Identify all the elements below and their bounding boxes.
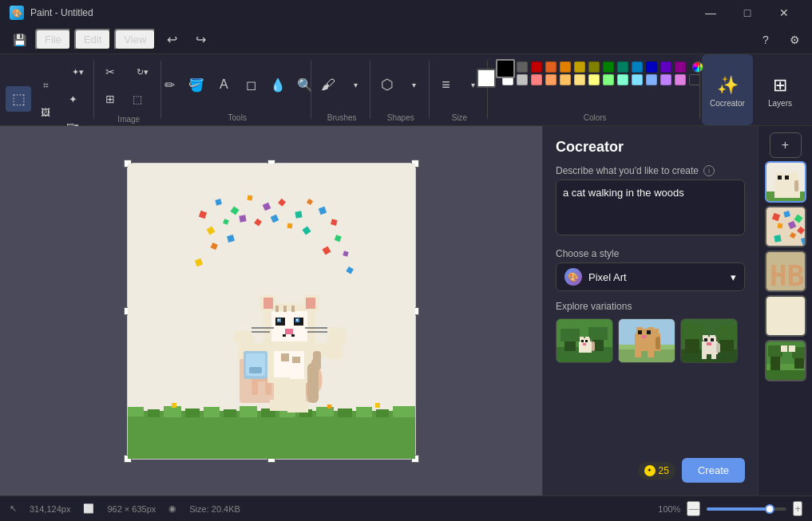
size-button[interactable]: ≡ bbox=[433, 72, 458, 97]
layers-ribbon-button[interactable]: ⊞ Layers bbox=[755, 54, 806, 125]
select-magic-button[interactable]: ✦ bbox=[60, 86, 85, 112]
app-icon: 🎨 bbox=[10, 6, 24, 20]
foreground-color[interactable] bbox=[496, 59, 515, 78]
swatch-magenta[interactable] bbox=[675, 61, 686, 73]
swatch-purple[interactable] bbox=[660, 61, 671, 73]
layer-thumb-1[interactable] bbox=[765, 161, 806, 203]
pencil-button[interactable]: ✏ bbox=[156, 72, 182, 97]
save-icon[interactable]: 💾 bbox=[6, 27, 32, 53]
prompt-input[interactable]: a cat walking in the woods bbox=[556, 180, 745, 235]
resize-button[interactable]: ⊞ bbox=[97, 86, 123, 112]
svg-rect-57 bbox=[291, 306, 295, 312]
swatch-orchid[interactable] bbox=[675, 74, 686, 85]
shapes-dropdown[interactable]: ▾ bbox=[402, 72, 427, 97]
undo-button[interactable]: ↩ bbox=[159, 27, 184, 53]
select2-button[interactable]: ⬚ bbox=[125, 86, 150, 112]
svg-rect-8 bbox=[295, 211, 302, 218]
svg-rect-104 bbox=[583, 343, 586, 345]
maximize-button[interactable]: □ bbox=[729, 0, 766, 26]
layers-icon: ⊞ bbox=[773, 75, 787, 96]
select-image-button[interactable]: 🖼 bbox=[33, 100, 58, 125]
help-button[interactable]: ? bbox=[755, 29, 777, 51]
menu-view[interactable]: View bbox=[114, 29, 156, 50]
svg-rect-63 bbox=[296, 319, 298, 321]
swatch-yellow[interactable] bbox=[588, 74, 600, 85]
brush-dropdown[interactable]: ▾ bbox=[343, 72, 368, 97]
swatch-lime[interactable] bbox=[603, 74, 614, 85]
brush-button[interactable]: 🖌 bbox=[315, 72, 341, 97]
create-button[interactable]: Create bbox=[682, 458, 745, 483]
swatch-olive[interactable] bbox=[588, 61, 600, 73]
layer-thumb-3[interactable]: HBD bbox=[765, 251, 806, 292]
swatch-orange[interactable] bbox=[560, 61, 571, 73]
zoom-in-button[interactable]: + bbox=[793, 501, 802, 516]
svg-rect-75 bbox=[336, 327, 342, 334]
shapes-button[interactable]: ⬡ bbox=[374, 72, 400, 97]
variation-thumb-2[interactable] bbox=[618, 318, 675, 363]
cocreator-ribbon-button[interactable]: ✨ Cocreator bbox=[702, 54, 753, 125]
swatch-peach[interactable] bbox=[545, 74, 557, 85]
swatch-silver[interactable] bbox=[517, 74, 528, 85]
colors-group: Colors bbox=[489, 54, 700, 125]
layer-thumb-4[interactable] bbox=[765, 295, 806, 337]
layer-thumb-2[interactable] bbox=[765, 206, 806, 247]
color-picker-button[interactable] bbox=[692, 61, 703, 73]
cocreator-ribbon-label: Cocreator bbox=[710, 99, 745, 108]
variation-thumb-1[interactable] bbox=[556, 318, 613, 363]
select-rect-button[interactable]: ⬚ bbox=[6, 86, 31, 112]
zoom-slider-thumb[interactable] bbox=[765, 504, 774, 514]
menu-file[interactable]: File bbox=[35, 29, 71, 50]
swatch-cream[interactable] bbox=[574, 74, 585, 85]
background-color[interactable] bbox=[477, 69, 496, 88]
canvas-image[interactable]: HBD bbox=[128, 164, 415, 459]
minimize-button[interactable]: — bbox=[692, 0, 729, 26]
swatch-transparent[interactable] bbox=[689, 74, 700, 85]
variation-1-svg bbox=[557, 319, 613, 363]
eyedropper-button[interactable]: 💧 bbox=[265, 72, 291, 97]
swatch-blue-light[interactable] bbox=[632, 61, 643, 73]
zoom-out-button[interactable]: — bbox=[687, 501, 700, 516]
variation-thumb-3[interactable] bbox=[680, 318, 738, 363]
select-freeform-button[interactable]: ⌗ bbox=[33, 73, 58, 98]
settings-button[interactable]: ⚙ bbox=[783, 29, 806, 51]
swatch-teal[interactable] bbox=[617, 61, 628, 73]
swatch-tangerine[interactable] bbox=[560, 74, 571, 85]
swatch-mint[interactable] bbox=[617, 74, 628, 85]
info-icon[interactable]: i bbox=[703, 165, 715, 176]
crop-button[interactable]: ✂ bbox=[97, 59, 123, 85]
svg-rect-56 bbox=[283, 306, 287, 312]
svg-rect-38 bbox=[338, 409, 352, 417]
swatch-blue[interactable] bbox=[646, 61, 657, 73]
layer-4-thumbnail bbox=[766, 297, 806, 337]
file-size-icon: ◉ bbox=[168, 503, 176, 514]
svg-rect-67 bbox=[252, 327, 274, 329]
eraser-button[interactable]: ◻ bbox=[238, 72, 263, 97]
swatch-sky[interactable] bbox=[632, 74, 643, 85]
menu-edit[interactable]: Edit bbox=[74, 29, 111, 50]
svg-rect-79 bbox=[234, 331, 252, 343]
swatch-green[interactable] bbox=[603, 61, 614, 73]
swatch-red[interactable] bbox=[531, 61, 542, 73]
zoom-slider[interactable] bbox=[707, 507, 786, 511]
colors-label: Colors bbox=[496, 110, 694, 122]
swatch-pink[interactable] bbox=[531, 74, 542, 85]
swatch-lavender[interactable] bbox=[646, 74, 657, 85]
swatch-violet[interactable] bbox=[660, 74, 671, 85]
select-options-button[interactable]: ✦▾ bbox=[60, 59, 95, 85]
swatch-orange-dark[interactable] bbox=[545, 61, 557, 73]
svg-rect-114 bbox=[647, 330, 651, 334]
fill-button[interactable]: 🪣 bbox=[184, 72, 209, 97]
brushes-group: 🖌 ▾ Brushes bbox=[313, 54, 370, 125]
layer-thumb-5[interactable] bbox=[765, 340, 806, 381]
swatch-yellow-dark[interactable] bbox=[574, 61, 585, 73]
swatch-gray[interactable] bbox=[517, 61, 528, 73]
close-button[interactable]: ✕ bbox=[766, 0, 802, 26]
svg-rect-68 bbox=[250, 331, 270, 333]
svg-rect-40 bbox=[376, 409, 389, 417]
style-dropdown[interactable]: 🎨 Pixel Art ▾ bbox=[556, 262, 745, 291]
add-layer-button[interactable]: + bbox=[770, 132, 802, 158]
text-button[interactable]: A bbox=[211, 72, 236, 97]
svg-rect-5 bbox=[247, 195, 252, 200]
rotate-button[interactable]: ↻▾ bbox=[125, 59, 160, 85]
redo-button[interactable]: ↪ bbox=[188, 27, 213, 53]
